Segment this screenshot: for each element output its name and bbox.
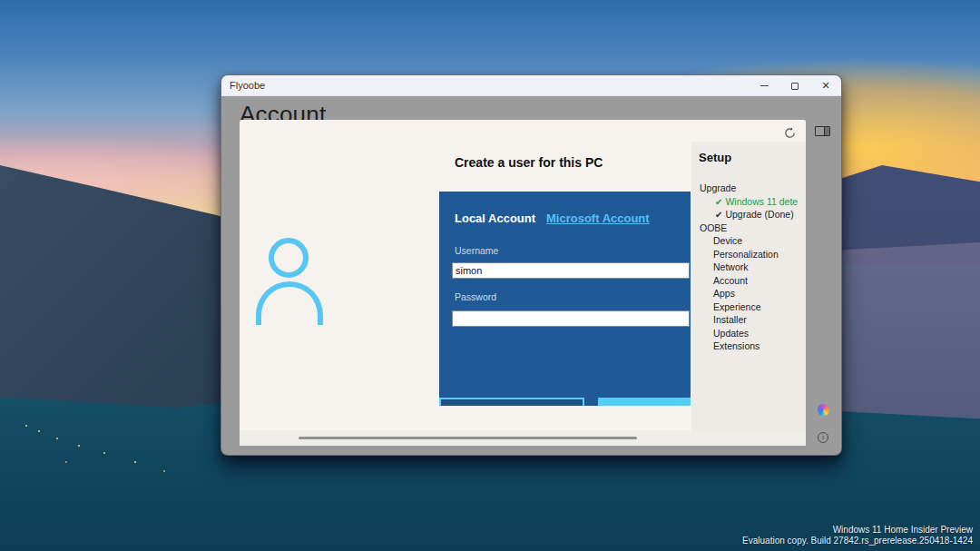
minimize-icon [760,85,769,86]
create-user-heading: Create a user for this PC [455,155,603,170]
check-icon: ✔ [715,197,722,207]
tree-item-personalization[interactable]: Personalization [691,248,806,261]
info-icon[interactable]: i [818,432,828,443]
copilot-icon[interactable] [818,404,829,416]
refresh-icon[interactable] [783,126,797,140]
sidebar-title: Setup [699,151,731,164]
close-icon: ✕ [821,81,829,91]
tab-microsoft-account[interactable]: Microsoft Account [546,212,650,225]
close-button[interactable]: ✕ [810,75,841,96]
tree-item-installer[interactable]: Installer [691,313,806,327]
tree-item-updates[interactable]: Updates [691,327,806,340]
titlebar[interactable]: Flyoobe ✕ [221,75,841,96]
tree-item-network[interactable]: Network [691,261,806,274]
setup-tree: Upgrade ✔Windows 11 dete ✔Upgrade (Done)… [691,182,806,353]
user-avatar-icon [256,238,323,325]
tab-local-account[interactable]: Local Account [455,212,535,225]
tree-item-device[interactable]: Device [691,234,806,248]
display-toggle-icon[interactable] [815,126,830,136]
town-lights [25,425,27,427]
watermark-line2: Evaluation copy. Build 27842.rs_prerelea… [742,536,973,546]
setup-sidebar: Setup Upgrade ✔Windows 11 dete ✔Upgrade … [691,142,806,432]
window-title: Flyoobe [221,80,265,91]
tree-item-windows11-detected[interactable]: ✔Windows 11 dete [691,195,806,209]
password-label: Password [455,291,496,302]
check-icon: ✔ [715,210,722,220]
flyoobe-window: Flyoobe ✕ Account i Create a user for th… [220,74,842,456]
maximize-icon [791,83,799,90]
horizontal-scrollbar-thumb[interactable] [299,437,637,439]
window-controls: ✕ [749,75,841,96]
tree-item-upgrade-done[interactable]: ✔Upgrade (Done) [691,208,806,221]
form-action-button-left[interactable] [439,398,584,406]
username-label: Username [455,245,498,256]
username-input[interactable] [452,262,690,279]
maximize-button[interactable] [779,75,810,96]
minimize-button[interactable] [749,75,779,96]
windows-build-watermark: Windows 11 Home Insider Preview Evaluati… [742,525,973,546]
watermark-line1: Windows 11 Home Insider Preview [742,525,973,536]
account-form: Local Account Microsoft Account Username… [439,192,691,406]
tree-item-account[interactable]: Account [691,274,806,288]
tree-group-oobe[interactable]: OOBE [691,221,806,235]
horizontal-scrollbar[interactable] [240,430,806,446]
tree-item-apps[interactable]: Apps [691,287,806,300]
tree-item-extensions[interactable]: Extensions [691,339,806,353]
tree-group-upgrade[interactable]: Upgrade [691,182,806,195]
form-action-button-right[interactable] [598,398,691,406]
tree-item-experience[interactable]: Experience [691,300,806,314]
password-input[interactable] [452,310,690,327]
desktop: Windows 11 Home Insider Preview Evaluati… [0,0,980,551]
content-panel: Create a user for this PC Local Account … [240,120,806,446]
